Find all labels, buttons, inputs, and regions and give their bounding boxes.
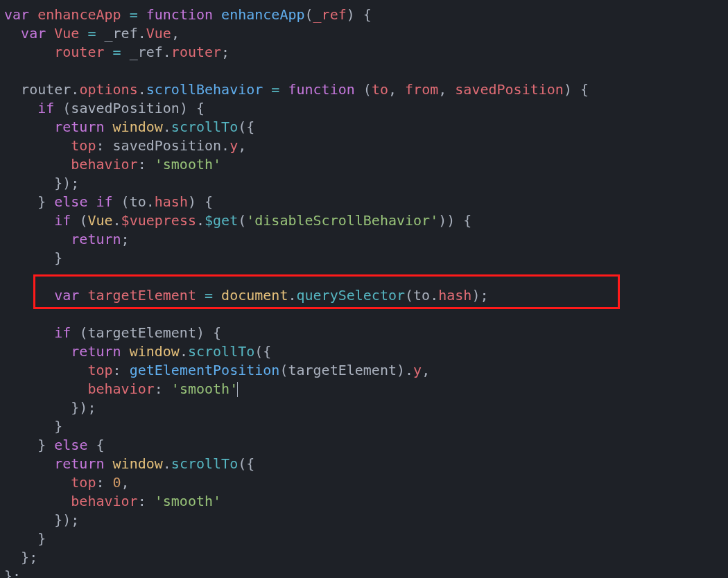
code-token: scrollBehavior [146,81,263,98]
code-line[interactable]: } else if (to.hash) { [4,193,724,211]
code-token: savedPosition [113,137,222,154]
code-line[interactable]: var enhanceApp = function enhanceApp(_re… [4,6,724,24]
code-line[interactable]: }); [4,399,724,417]
code-line[interactable]: var Vue = _ref.Vue, [4,24,724,43]
code-token: window [113,119,163,135]
code-token: . [288,287,296,304]
code-line[interactable]: top: savedPosition.y, [4,137,724,155]
code-line[interactable]: top: getElementPosition(targetElement).y… [4,361,724,380]
code-token: . [138,81,146,98]
code-line[interactable]: return window.scrollTo({ [4,118,724,137]
code-token: } [54,418,62,435]
code-line[interactable]: if (savedPosition) { [4,99,724,118]
code-token [79,25,87,42]
code-line[interactable] [4,305,724,324]
code-token [279,81,288,98]
code-token: options [79,81,137,98]
code-token: ) { [347,6,372,23]
code-line[interactable]: } [4,249,724,268]
code-token: behavior [71,493,137,509]
code-token: . [163,455,171,472]
code-token: ({ [254,343,271,360]
code-token: _ref [313,6,347,23]
code-line[interactable]: return; [4,230,724,249]
code-token: , [388,81,405,98]
code-token: . [221,137,229,154]
code-token: ({ [238,119,254,135]
code-token: ( [305,6,313,23]
code-line[interactable]: router.options.scrollBehavior = function… [4,80,724,99]
code-token: : [138,493,155,509]
code-line[interactable]: behavior: 'smooth' [4,492,724,511]
code-token: behavior [87,380,154,397]
code-token: behavior [71,156,137,173]
code-token: 0 [113,474,121,491]
code-token: , [171,25,180,42]
code-line[interactable]: return window.scrollTo({ [4,455,724,473]
code-token: : [96,137,112,154]
code-token: . [430,287,438,304]
code-token: else if [54,193,121,210]
code-line[interactable]: if (targetElement) { [4,324,724,342]
code-token: 'smooth' [155,156,221,173]
code-line[interactable]: return window.scrollTo({ [4,342,724,361]
text-cursor [237,382,238,397]
code-token [105,44,113,60]
code-token: top [71,137,96,154]
code-line[interactable]: var targetElement = document.querySelect… [4,286,724,305]
code-token: ) { [188,193,213,210]
code-token: ( [405,287,413,304]
code-token: Vue [54,25,79,42]
code-token: return [71,343,129,360]
code-token: ; [121,231,130,247]
code-line[interactable]: if (Vue.$vuepress.$get('disableScrollBeh… [4,211,724,230]
code-token: ( [79,212,87,229]
code-line[interactable]: behavior: 'smooth' [4,155,724,174]
code-token: 'smooth' [155,493,221,509]
code-token: var [21,25,54,42]
code-token: . [180,343,188,360]
code-line[interactable]: router = _ref.router; [4,43,724,62]
code-token: } [37,193,54,210]
code-token: _ref [130,44,163,60]
code-token: savedPosition [71,100,180,116]
code-token: : [96,474,112,491]
code-line[interactable]: }; [4,567,724,578]
code-token: var [4,6,37,23]
code-token: 'disableScrollBehavior' [246,212,438,229]
code-token: y [229,137,238,154]
code-token: }); [54,175,79,191]
code-token: if [54,212,79,229]
code-token [121,44,130,60]
code-token: getElementPosition [130,362,280,378]
code-line[interactable]: top: 0, [4,473,724,492]
code-line[interactable]: } else { [4,436,724,455]
code-token: }; [21,549,37,566]
code-token: . [71,81,79,98]
code-token: , [438,81,455,98]
code-token: : [113,362,130,378]
code-line[interactable] [4,268,724,286]
code-line[interactable]: } [4,529,724,548]
code-token: _ref [105,25,138,42]
code-token: targetElement [288,362,397,378]
code-line[interactable]: }); [4,174,724,193]
code-line[interactable]: }; [4,548,724,567]
code-line[interactable]: behavior: 'smooth' [4,380,724,399]
code-line[interactable] [4,62,724,80]
code-token: router [171,44,221,60]
code-token: savedPosition [455,81,564,98]
code-token [196,287,205,304]
code-line[interactable]: }); [4,511,724,529]
code-line[interactable]: } [4,417,724,436]
code-token: . [138,25,146,42]
code-token: scrollTo [171,119,238,135]
code-token: targetElement [87,324,196,341]
code-token [121,6,130,23]
code-token: router [54,44,104,60]
code-token: = [113,44,121,60]
code-token: to [413,287,430,304]
code-token: ) { [196,324,221,341]
code-token [263,81,271,98]
code-editor[interactable]: var enhanceApp = function enhanceApp(_re… [4,6,724,578]
